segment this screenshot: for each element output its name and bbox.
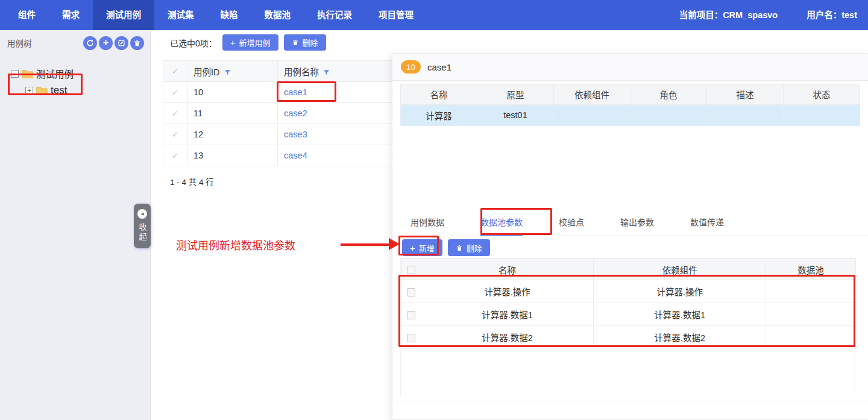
select-all-cell[interactable]: ✓: [163, 61, 187, 82]
tree-edit-button[interactable]: [115, 36, 128, 50]
nav-item-test-sets[interactable]: 测试集: [154, 0, 207, 30]
nav-right: 当前项目：CRM_spasvo 用户名：test: [679, 0, 868, 30]
trash-icon: [292, 39, 299, 46]
table-row[interactable]: 计算器.数据1 计算器.数据1: [401, 303, 856, 326]
check-icon: ✓: [172, 130, 179, 139]
table-row[interactable]: 计算器.操作 计算器.操作: [401, 280, 856, 303]
nav-item-components[interactable]: 组件: [5, 0, 49, 30]
row-select-cell[interactable]: ✓: [163, 82, 187, 103]
app-screen: 组件 需求 测试用例 测试集 缺陷 数据池 执行记录 项目管理 当前项目：CRM…: [0, 0, 868, 420]
checkbox[interactable]: [407, 311, 415, 319]
param-actions: + 新增 删除: [402, 239, 490, 256]
tree-node-test[interactable]: + test: [25, 82, 150, 99]
nav-item-test-cases[interactable]: 测试用例: [93, 0, 154, 30]
add-param-label: 新增: [419, 242, 435, 254]
case-id-cell: 13: [187, 145, 278, 166]
column-header: 名称: [421, 259, 594, 280]
pagination-label: 1 - 4 共 4 行: [170, 175, 214, 187]
refresh-icon: [86, 39, 94, 47]
table-row[interactable]: ✓ 13 case4: [163, 145, 392, 166]
table-row[interactable]: 计算器.数据2 计算器.数据2: [401, 326, 856, 349]
trash-icon: [133, 39, 141, 47]
case-tree-sidebar: 用例树 + − 测试用例: [0, 30, 151, 420]
checkbox[interactable]: [407, 288, 415, 296]
add-case-button[interactable]: + 新增用例: [222, 34, 278, 51]
column-header-case-id[interactable]: 用例ID: [187, 61, 278, 82]
tree-add-button[interactable]: +: [99, 36, 113, 50]
case-link[interactable]: case4: [284, 151, 307, 160]
delete-cases-button[interactable]: 删除: [284, 34, 326, 51]
tree-delete-button[interactable]: [130, 36, 144, 50]
row-select-cell[interactable]: ✓: [163, 124, 187, 145]
nav-item-defects[interactable]: 缺陷: [207, 0, 251, 30]
tree-node-label: test: [51, 84, 67, 96]
tab-output-params[interactable]: 输出参数: [620, 210, 654, 236]
expand-box-icon[interactable]: +: [25, 87, 33, 95]
column-header-case-name[interactable]: 用例名称: [278, 61, 392, 82]
case-link[interactable]: case2: [284, 108, 307, 118]
tree-panel-title: 用例树: [7, 37, 32, 49]
cell: 计算器: [401, 105, 477, 126]
case-tree: − 测试用例 + test: [0, 55, 150, 99]
table-row[interactable]: ✓ 11 case2: [163, 103, 392, 124]
filter-icon[interactable]: [322, 69, 330, 77]
cell: 计算器.数据2: [594, 326, 766, 349]
nav-item-requirements[interactable]: 需求: [49, 0, 93, 30]
info-table-header-row: 名称 原型 依赖组件 角色 描述 状态: [401, 84, 860, 105]
detail-tabs: 用例数据 数据池参数 校验点 输出参数 数值传递: [392, 210, 868, 236]
cell: 计算器.数据1: [594, 303, 766, 326]
checkbox[interactable]: [407, 266, 415, 274]
case-id-cell: 11: [187, 103, 278, 124]
column-header: 原型: [477, 84, 554, 105]
case-id-cell: 12: [187, 124, 278, 145]
case-table-header-row: ✓ 用例ID 用例名称: [163, 61, 392, 82]
checkbox[interactable]: [407, 334, 415, 342]
column-header: 名称: [401, 84, 477, 105]
cell: [707, 105, 784, 126]
case-id-cell: 10: [187, 82, 278, 103]
case-info-table: 名称 原型 依赖组件 角色 描述 状态 计算器 test01: [400, 84, 860, 126]
column-header: 描述: [707, 84, 784, 105]
tab-data-pool-params[interactable]: 数据池参数: [480, 210, 523, 236]
add-param-button[interactable]: + 新增: [402, 239, 442, 256]
cell: 计算器.数据2: [421, 326, 594, 349]
check-icon: ✓: [172, 108, 179, 118]
trash-icon: [456, 244, 463, 252]
tab-checkpoints[interactable]: 校验点: [559, 210, 584, 236]
param-table-container: 名称 依赖组件 数据池 计算器.操作 计算器.操作 计算器.数据1: [400, 258, 855, 395]
case-detail-panel: 10 case1 名称 原型 依赖组件 角色 描述 状态 计算器 test01: [392, 53, 868, 420]
nav-item-project-management[interactable]: 项目管理: [365, 0, 427, 30]
case-link[interactable]: case1: [284, 87, 307, 97]
delete-param-button[interactable]: 删除: [448, 239, 490, 256]
table-row[interactable]: ✓ 12 case3: [163, 124, 392, 145]
filter-icon[interactable]: [224, 69, 231, 77]
row-select-cell[interactable]: [401, 303, 421, 326]
nav-item-data-pool[interactable]: 数据池: [251, 0, 304, 30]
param-table-header-row: 名称 依赖组件 数据池: [401, 259, 856, 280]
nav-items: 组件 需求 测试用例 测试集 缺陷 数据池 执行记录 项目管理: [0, 0, 427, 30]
tree-refresh-button[interactable]: [83, 36, 97, 50]
case-title: case1: [427, 62, 451, 72]
panel-footer-divider: [392, 401, 868, 401]
row-select-cell[interactable]: ✓: [163, 145, 187, 166]
tree-node-test-cases[interactable]: − 测试用例: [11, 65, 150, 82]
cell: [784, 105, 860, 126]
case-table: ✓ 用例ID 用例名称 ✓ 10 case1 ✓ 11 case2 ✓: [163, 60, 392, 166]
case-link[interactable]: case3: [284, 130, 307, 139]
nav-item-execution-records[interactable]: 执行记录: [304, 0, 365, 30]
row-select-cell[interactable]: [401, 326, 421, 349]
tab-value-transfer[interactable]: 数值传递: [690, 210, 724, 236]
tree-toolbar: +: [83, 36, 144, 50]
tab-case-data[interactable]: 用例数据: [410, 210, 444, 236]
sidebar-collapse-handle[interactable]: ◀ 收起: [134, 204, 151, 248]
row-select-cell[interactable]: [401, 280, 421, 303]
detail-panel-header: 10 case1: [392, 54, 868, 81]
current-project-label: 当前项目：CRM_spasvo: [679, 0, 778, 30]
table-row-selected[interactable]: 计算器 test01: [401, 105, 860, 126]
delete-param-label: 删除: [467, 242, 482, 254]
delete-cases-label: 删除: [303, 37, 318, 48]
collapse-box-icon[interactable]: −: [11, 70, 19, 78]
table-row[interactable]: ✓ 10 case1: [163, 82, 392, 103]
row-select-cell[interactable]: ✓: [163, 103, 187, 124]
select-all-cell[interactable]: [401, 259, 421, 280]
